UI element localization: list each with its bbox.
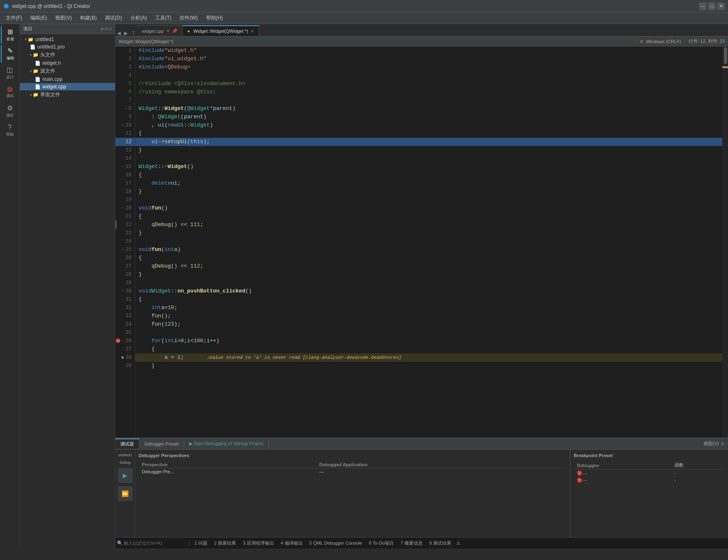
menu-file[interactable]: 文件(F): [2, 13, 26, 23]
ln-13: 13: [115, 146, 135, 154]
status-tab-tests[interactable]: 9 测试结果: [426, 539, 455, 547]
sidebar-item-project[interactable]: ⚙ 项目: [1, 102, 19, 120]
menu-debug[interactable]: 调试(D): [101, 13, 126, 23]
scrollbar-thumb[interactable]: [724, 47, 727, 64]
ln-21: 21: [115, 212, 135, 221]
info-sep2: |: [684, 39, 685, 44]
bottom-tab-debugger[interactable]: 调试器: [115, 438, 139, 449]
title-bar-left: 🔷 widget.cpp @ untitled1 - Qt Creator: [3, 3, 90, 9]
project-panel-title: 项目: [23, 26, 32, 32]
code-editor[interactable]: 1 2 3 4 5 6 7 ▾8 9 ▾10 11 12 13 14 ▾15 1…: [115, 46, 722, 438]
code-line-15: Widget::~Widget(): [135, 163, 722, 171]
tab-close-widget-cpp[interactable]: ✕: [166, 29, 170, 33]
sidebar-item-help[interactable]: ? 帮助: [1, 121, 19, 139]
tab-filter[interactable]: ⊤: [129, 30, 137, 36]
status-tab-search[interactable]: 2 搜索结果: [211, 539, 239, 547]
ln-34: 34: [115, 320, 135, 329]
status-tab-compile[interactable]: 4 编译输出: [278, 539, 306, 547]
tab-nav-prev[interactable]: ◀: [115, 30, 122, 36]
menu-view[interactable]: 视图(V): [51, 13, 76, 23]
code-line-9: : QWidget(parent): [135, 113, 722, 121]
fold-10[interactable]: ▾: [122, 121, 124, 129]
tab-close-constructor[interactable]: ✕: [251, 29, 254, 34]
code-line-23: }: [135, 229, 722, 237]
code-line-34: fun(123);: [135, 320, 722, 329]
debug-build-button[interactable]: ⏩: [118, 486, 133, 501]
tree-item-main-cpp[interactable]: 📄 main.cpp: [20, 75, 115, 83]
status-tab-app-output[interactable]: 3 应用程序输出: [239, 539, 277, 547]
tab-widget-constructor[interactable]: ● Widget::Widget(QWidget *) ✕: [183, 25, 260, 36]
tree-item-headers[interactable]: ▾ 📁 头文件: [20, 51, 115, 59]
tab-pin[interactable]: 📌: [172, 29, 177, 33]
code-line-4: [135, 71, 722, 80]
maximize-button[interactable]: □: [708, 2, 716, 10]
sidebar-icons: ⊞ 欢迎 ✎ 编辑 ◫ 设计 🐞 调试 ⚙ 项目 ? 帮助: [0, 24, 20, 548]
status-tab-summary[interactable]: 7 概要信息: [397, 539, 426, 547]
ln-36: ⬤ ▾36: [115, 337, 135, 345]
tree-label-sources: 源文件: [40, 68, 55, 75]
app-icon: 🔷: [3, 3, 10, 9]
tree-item-root[interactable]: ▾ 📁 untitled1: [20, 36, 115, 43]
code-line-10: , ui(new Ui::Widget): [135, 121, 722, 129]
bottom-tab-preset[interactable]: Debugger Preset: [139, 440, 184, 448]
help-icon: ?: [8, 124, 12, 131]
code-line-12: ui->setupUi(this);: [135, 138, 722, 146]
sidebar-item-debug[interactable]: 🐞 调试: [1, 83, 19, 101]
bp-func-1: -: [671, 470, 725, 477]
debug-sidebar-label: untitled1: [118, 453, 132, 457]
status-tab-todo[interactable]: 6 To-Do项目: [365, 539, 397, 547]
fold-20[interactable]: ▾: [122, 204, 124, 212]
breakpoint-preset-table: Debuggee 函数 🔴— -: [574, 461, 725, 483]
editor-right-scrollbar[interactable]: [722, 46, 728, 438]
debugger-perspectives-panel: Debugger Perspectives Perspective Debugg…: [135, 450, 570, 537]
fold-15[interactable]: ▾: [122, 163, 124, 171]
folder-icon-headers: 📁: [33, 52, 39, 58]
code-content[interactable]: #include "widget.h" #include "ui_widget.…: [135, 46, 722, 438]
bp-row-2: 🔴— -: [574, 477, 725, 484]
tree-label-main-cpp: main.cpp: [42, 76, 63, 82]
menu-edit[interactable]: 编辑(E): [26, 13, 51, 23]
sidebar-item-welcome[interactable]: ⊞ 欢迎: [1, 26, 19, 44]
menu-help[interactable]: 帮助(H): [202, 13, 227, 23]
tree-item-widget-cpp[interactable]: 📄 widget.cpp: [20, 83, 115, 90]
tree-item-sources[interactable]: ▾ 📁 源文件: [20, 67, 115, 75]
menu-analyze[interactable]: 分析(A): [126, 13, 151, 23]
file-icon: 📄: [30, 44, 36, 50]
expand-icon-ui: ▾: [30, 93, 32, 97]
view-label[interactable]: 视图(V): [704, 441, 719, 447]
tab-widget-cpp[interactable]: widget.cpp ✕ 📌: [137, 25, 183, 36]
fold-36[interactable]: ▾: [122, 337, 124, 345]
tree-item-pro[interactable]: 📄 untitled1.pro: [20, 43, 115, 51]
menu-tools[interactable]: 工具(T): [151, 13, 175, 23]
project-icon: ⚙: [7, 104, 13, 112]
bottom-tab-start-debug[interactable]: ▶ Start Debugging of Startup Project: [184, 439, 269, 448]
ln-9: 9: [115, 113, 135, 121]
fold-30[interactable]: ▾: [122, 287, 124, 295]
fold-8[interactable]: ▾: [125, 105, 127, 113]
code-line-24: [135, 237, 722, 246]
tree-item-widget-h[interactable]: 📄 widget.h: [20, 59, 115, 67]
menu-controls[interactable]: 控件(W): [175, 13, 202, 23]
close-button[interactable]: ✕: [717, 2, 725, 10]
ln-11: 11: [115, 129, 135, 138]
minimize-button[interactable]: ─: [699, 2, 706, 10]
ln-28: 28: [115, 270, 135, 279]
tab-nav-next[interactable]: ▶: [122, 30, 129, 36]
code-line-22: qDebug() << 111;: [135, 221, 722, 229]
menu-build[interactable]: 构建(B): [76, 13, 101, 23]
code-line-7: [135, 96, 722, 105]
tab-label-widget-cpp: widget.cpp: [142, 29, 164, 34]
sidebar-item-design[interactable]: ◫ 设计: [1, 64, 19, 82]
code-line-38: a = i; ⚠Value stored to 'a' is never rea…: [135, 353, 722, 362]
view-close[interactable]: ✕: [721, 441, 725, 447]
debug-run-button[interactable]: ▶: [118, 468, 133, 483]
search-input[interactable]: [124, 541, 186, 545]
status-tab-qml-debug[interactable]: 5 QML Debugger Console: [306, 540, 365, 546]
tree-item-ui[interactable]: ▾ 📁 界面文件: [20, 90, 115, 99]
fold-25[interactable]: ▾: [122, 246, 124, 254]
code-line-28: }: [135, 270, 722, 279]
code-line-13: }: [135, 146, 722, 154]
sidebar-item-edit[interactable]: ✎ 编辑: [1, 45, 19, 63]
status-tab-issues[interactable]: 1 问题: [191, 539, 211, 547]
warning-status-icon: ⚠: [456, 541, 460, 546]
